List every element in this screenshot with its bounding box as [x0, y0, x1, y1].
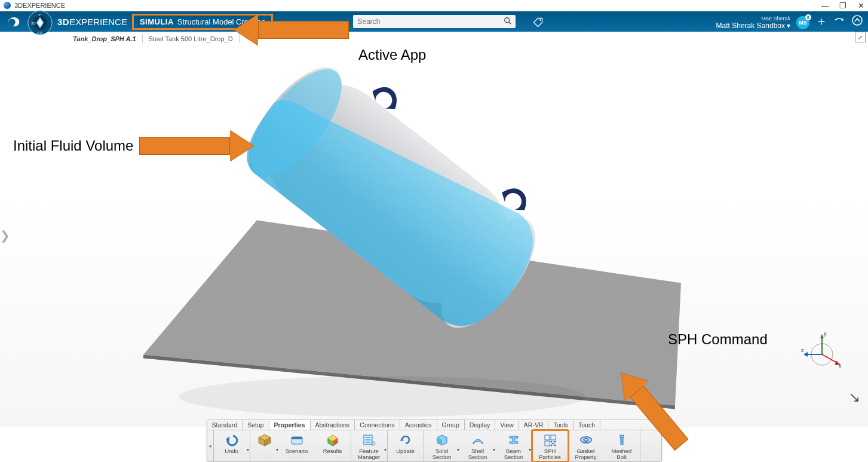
svg-point-54 [581, 437, 591, 443]
svg-text:3D: 3D [31, 22, 36, 25]
app-header: 3D V V.R 3DEXPERIENCE SIMULIA Structural… [0, 11, 868, 32]
annotation-sph-label: SPH Command [668, 331, 768, 348]
svg-rect-46 [545, 435, 550, 440]
undo-icon [225, 432, 239, 448]
maximize-button[interactable]: ❐ [838, 1, 848, 10]
sph-particles-button[interactable]: SPH Particles [532, 430, 568, 461]
svg-text:V: V [38, 13, 41, 17]
tab-tools[interactable]: Tools [548, 420, 573, 430]
sph-particles-icon [543, 432, 557, 448]
annotation-active-app [234, 14, 349, 45]
svg-point-14 [179, 377, 585, 417]
solid-section-icon [435, 432, 449, 448]
shell-section-button[interactable]: Shell Section ▾ [460, 430, 496, 461]
svg-rect-48 [545, 441, 550, 446]
feature-manager-button[interactable]: Feature Manager ▾ [351, 430, 387, 461]
svg-point-50 [554, 440, 556, 442]
chevron-down-icon: ▾ [787, 22, 790, 30]
chevron-down-icon[interactable]: ▾ [529, 447, 531, 452]
tab-acoustics[interactable]: Acoustics [400, 420, 437, 430]
search-icon[interactable] [504, 17, 512, 27]
tab-ar-vr[interactable]: AR-VR [519, 420, 549, 430]
add-icon[interactable]: ＋ [815, 13, 827, 32]
chevron-down-icon[interactable]: ▾ [247, 447, 249, 452]
brand-label: 3DEXPERIENCE [57, 17, 127, 27]
sandbox-label: Matt Sherak Sandbox [716, 22, 785, 30]
chevron-down-icon[interactable]: ▾ [493, 447, 495, 452]
os-titlebar: 3DEXPERIENCE — ❐ ✕ [0, 0, 868, 11]
window-title: 3DEXPERIENCE [14, 2, 65, 9]
ds-logo-icon [6, 14, 23, 29]
svg-text:y: y [824, 331, 827, 336]
undo-button[interactable]: Undo ▾ [214, 430, 250, 461]
orientation-triad[interactable]: y x z [801, 331, 843, 372]
home-icon[interactable] [851, 14, 863, 32]
minimize-button[interactable]: — [820, 1, 830, 10]
svg-point-51 [550, 440, 552, 442]
tab-standard[interactable]: Standard [207, 420, 243, 430]
viewport-3d[interactable]: ❯ [0, 43, 868, 427]
tab-abstractions[interactable]: Abstractions [311, 420, 355, 430]
svg-rect-34 [292, 437, 302, 439]
tab-properties[interactable]: Properties [269, 420, 311, 430]
search-input[interactable] [357, 17, 504, 26]
svg-line-8 [508, 22, 511, 24]
chevron-down-icon[interactable]: ▾ [276, 447, 278, 452]
svg-marker-25 [803, 352, 808, 357]
cube-icon [257, 432, 272, 448]
close-button[interactable]: ✕ [856, 1, 866, 10]
scene-render [0, 43, 868, 427]
user-name-small: Matt Sherak [761, 16, 790, 22]
update-button[interactable]: Update [388, 430, 424, 461]
app-sphere-icon [4, 2, 11, 9]
svg-point-52 [554, 444, 556, 446]
tag-icon[interactable] [529, 17, 543, 28]
svg-rect-47 [551, 435, 556, 440]
search-box[interactable] [353, 15, 516, 28]
tab-touch[interactable]: Touch [573, 420, 600, 430]
actionbar-collapse-handle[interactable]: ◂ [207, 430, 214, 461]
avatar-initials: MS [799, 20, 807, 26]
tab-setup[interactable]: Setup [243, 420, 269, 430]
fullscreen-toggle[interactable]: ⤢ [855, 32, 866, 42]
chevron-down-icon[interactable]: ▾ [457, 447, 459, 452]
action-bar-tabs: Standard Setup Properties Abstractions C… [207, 420, 661, 430]
shell-section-icon [471, 432, 485, 448]
doc-tab-active[interactable]: Tank_Drop_SPH A.1 [67, 34, 143, 44]
scenario-icon [290, 432, 304, 448]
update-icon [398, 432, 413, 448]
share-icon[interactable] [833, 14, 845, 32]
avatar[interactable]: MS 0 [796, 16, 809, 29]
chevron-down-icon[interactable]: ▾ [384, 447, 387, 452]
scenario-button[interactable]: Scenario [279, 430, 315, 461]
feature-manager-icon [362, 432, 376, 448]
beam-section-button[interactable]: Beam Section ▾ [496, 430, 532, 461]
svg-point-11 [852, 16, 862, 25]
svg-text:z: z [801, 347, 804, 353]
solid-section-button[interactable]: Solid Section ▾ [424, 430, 460, 461]
user-menu[interactable]: Matt Sherak Matt Sherak Sandbox▾ [716, 16, 790, 32]
tab-group[interactable]: Group [437, 420, 465, 430]
document-tabs: Tank_Drop_SPH A.1 Steel Tank 500 Litre_D… [0, 32, 868, 44]
svg-point-9 [539, 19, 541, 21]
svg-point-55 [584, 439, 588, 441]
doc-tab[interactable]: Steel Tank 500 Litre_Drop_D [143, 34, 240, 44]
gasket-icon [579, 432, 593, 448]
bolt-icon [615, 432, 629, 448]
svg-point-53 [550, 444, 552, 446]
cube-button[interactable]: ▾ [250, 430, 279, 461]
tab-view[interactable]: View [495, 420, 519, 430]
svg-text:x: x [839, 363, 842, 369]
svg-point-49 [552, 442, 554, 444]
rotate-handle-icon[interactable] [849, 392, 860, 405]
action-bar: Standard Setup Properties Abstractions C… [207, 420, 662, 462]
notification-badge: 0 [805, 14, 811, 20]
tab-connections[interactable]: Connections [355, 420, 400, 430]
annotation-active-app-label: Active App [358, 47, 426, 63]
beam-section-icon [507, 432, 521, 448]
results-button[interactable]: Results [315, 430, 351, 461]
meshed-bolt-button[interactable]: Meshed Bolt [604, 430, 640, 461]
svg-point-7 [504, 17, 509, 22]
tab-display[interactable]: Display [465, 420, 495, 430]
gasket-property-button[interactable]: Gasket Property [568, 430, 604, 461]
